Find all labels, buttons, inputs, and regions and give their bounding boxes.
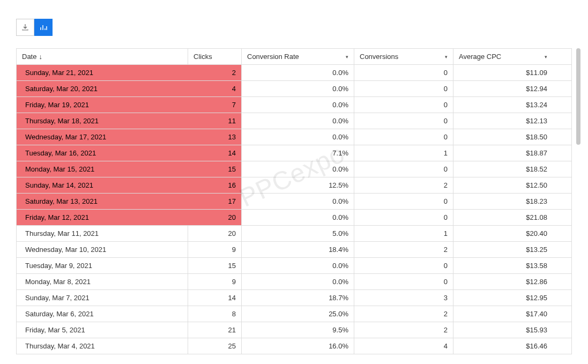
table-row[interactable]: Wednesday, Mar 17, 2021130.0%0$18.50 <box>17 129 571 145</box>
table-row[interactable]: Monday, Mar 15, 2021150.0%0$18.52 <box>17 161 571 177</box>
table-row[interactable]: Monday, Mar 8, 202190.0%0$12.86 <box>17 274 571 290</box>
cell-conversion-rate: 0.0% <box>242 113 354 129</box>
table-row[interactable]: Friday, Mar 5, 2021219.5%2$15.93 <box>17 322 571 338</box>
cell-date: Thursday, Mar 11, 2021 <box>17 226 188 241</box>
cell-average-cpc: $13.58 <box>453 258 553 273</box>
header-clicks[interactable]: Clicks <box>188 49 242 64</box>
cell-conversions: 0 <box>354 274 453 289</box>
cell-date: Sunday, Mar 21, 2021 <box>17 65 188 80</box>
cell-conversions: 0 <box>354 194 453 209</box>
cell-conversion-rate: 16.0% <box>242 338 354 354</box>
chevron-down-icon: ▾ <box>445 54 448 60</box>
table-row[interactable]: Sunday, Mar 7, 20211418.7%3$12.95 <box>17 290 571 306</box>
cell-clicks: 4 <box>188 81 242 96</box>
header-conversion-rate[interactable]: Conversion Rate ▾ <box>242 49 354 64</box>
table-row[interactable]: Friday, Mar 19, 202170.0%0$13.24 <box>17 97 571 113</box>
cell-clicks: 16 <box>188 177 242 193</box>
cell-average-cpc: $12.50 <box>453 177 553 193</box>
cell-conversion-rate: 0.0% <box>242 129 354 145</box>
cell-conversions: 0 <box>354 113 453 129</box>
cell-date: Friday, Mar 12, 2021 <box>17 210 188 225</box>
header-date[interactable]: Date↓ <box>17 49 188 64</box>
table-row[interactable]: Thursday, Mar 11, 2021205.0%1$20.40 <box>17 226 571 242</box>
table-row[interactable]: Tuesday, Mar 9, 2021150.0%0$13.58 <box>17 258 571 274</box>
bar-chart-icon <box>39 23 48 32</box>
cell-average-cpc: $11.09 <box>453 65 553 80</box>
chevron-down-icon: ▾ <box>346 54 348 60</box>
cell-conversion-rate: 0.0% <box>242 194 354 209</box>
header-label: Clicks <box>193 53 212 61</box>
cell-clicks: 15 <box>188 258 242 273</box>
cell-clicks: 20 <box>188 226 242 241</box>
cell-clicks: 2 <box>188 65 242 80</box>
cell-conversions: 0 <box>354 97 453 113</box>
cell-date: Sunday, Mar 14, 2021 <box>17 177 188 193</box>
cell-conversions: 2 <box>354 177 453 193</box>
scrollbar-thumb[interactable] <box>576 48 580 145</box>
header-label: Date <box>22 53 36 61</box>
table-row[interactable]: Sunday, Mar 14, 20211612.5%2$12.50 <box>17 177 571 194</box>
table-row[interactable]: Thursday, Mar 4, 20212516.0%4$16.46 <box>17 338 571 354</box>
table-row[interactable]: Sunday, Mar 21, 202120.0%0$11.09 <box>17 65 571 81</box>
table-headers: Date↓ Clicks Conversion Rate ▾ Conversio… <box>16 48 572 65</box>
cell-date: Thursday, Mar 4, 2021 <box>17 338 188 354</box>
cell-date: Wednesday, Mar 17, 2021 <box>17 129 188 145</box>
table-row[interactable]: Saturday, Mar 6, 2021825.0%2$17.40 <box>17 306 571 322</box>
cell-conversion-rate: 5.0% <box>242 226 354 241</box>
cell-date: Saturday, Mar 13, 2021 <box>17 194 188 209</box>
table-row[interactable]: Friday, Mar 12, 2021200.0%0$21.08 <box>17 210 571 226</box>
cell-average-cpc: $18.50 <box>453 129 553 145</box>
cell-average-cpc: $18.52 <box>453 161 553 177</box>
cell-date: Tuesday, Mar 9, 2021 <box>17 258 188 273</box>
cell-clicks: 9 <box>188 274 242 289</box>
toolbar <box>16 19 53 36</box>
table-row[interactable]: Saturday, Mar 20, 202140.0%0$12.94 <box>17 81 571 97</box>
cell-conversion-rate: 25.0% <box>242 306 354 322</box>
table-row[interactable]: Saturday, Mar 13, 2021170.0%0$18.23 <box>17 194 571 210</box>
cell-conversions: 2 <box>354 242 453 257</box>
cell-clicks: 17 <box>188 194 242 209</box>
cell-conversions: 0 <box>354 65 453 80</box>
cell-date: Saturday, Mar 6, 2021 <box>17 306 188 322</box>
cell-conversion-rate: 0.0% <box>242 97 354 113</box>
cell-average-cpc: $13.24 <box>453 97 553 113</box>
download-button[interactable] <box>16 19 34 36</box>
table-row[interactable]: Thursday, Mar 18, 2021110.0%0$12.13 <box>17 113 571 129</box>
cell-conversion-rate: 9.5% <box>242 322 354 338</box>
table-row[interactable]: Wednesday, Mar 10, 2021918.4%2$13.25 <box>17 242 571 258</box>
header-label: Average CPC <box>459 53 501 61</box>
cell-clicks: 20 <box>188 210 242 225</box>
cell-clicks: 14 <box>188 145 242 161</box>
chart-view-button[interactable] <box>34 19 53 36</box>
chevron-down-icon: ▾ <box>545 54 547 60</box>
cell-clicks: 25 <box>188 338 242 354</box>
data-table: Date↓ Clicks Conversion Rate ▾ Conversio… <box>16 48 572 348</box>
cell-conversions: 0 <box>354 258 453 273</box>
cell-date: Wednesday, Mar 10, 2021 <box>17 242 188 257</box>
cell-conversion-rate: 0.0% <box>242 65 354 80</box>
cell-clicks: 9 <box>188 242 242 257</box>
cell-conversion-rate: 0.0% <box>242 210 354 225</box>
cell-clicks: 11 <box>188 113 242 129</box>
cell-average-cpc: $20.40 <box>453 226 553 241</box>
cell-clicks: 7 <box>188 97 242 113</box>
cell-conversion-rate: 0.0% <box>242 274 354 289</box>
header-average-cpc[interactable]: Average CPC ▾ <box>453 49 553 64</box>
cell-date: Thursday, Mar 18, 2021 <box>17 113 188 129</box>
cell-average-cpc: $12.95 <box>453 290 553 306</box>
header-label: Conversions <box>360 53 398 61</box>
table-row[interactable]: Tuesday, Mar 16, 2021147.1%1$18.87 <box>17 145 571 161</box>
cell-date: Monday, Mar 8, 2021 <box>17 274 188 289</box>
table-body: Sunday, Mar 21, 202120.0%0$11.09Saturday… <box>16 65 572 354</box>
cell-conversion-rate: 0.0% <box>242 81 354 96</box>
cell-date: Friday, Mar 19, 2021 <box>17 97 188 113</box>
cell-average-cpc: $13.25 <box>453 242 553 257</box>
cell-conversions: 1 <box>354 145 453 161</box>
cell-clicks: 8 <box>188 306 242 322</box>
cell-date: Saturday, Mar 20, 2021 <box>17 81 188 96</box>
scrollbar-track[interactable] <box>576 48 580 348</box>
cell-conversions: 2 <box>354 322 453 338</box>
cell-conversion-rate: 0.0% <box>242 258 354 273</box>
header-conversions[interactable]: Conversions ▾ <box>354 49 453 64</box>
cell-conversions: 1 <box>354 226 453 241</box>
